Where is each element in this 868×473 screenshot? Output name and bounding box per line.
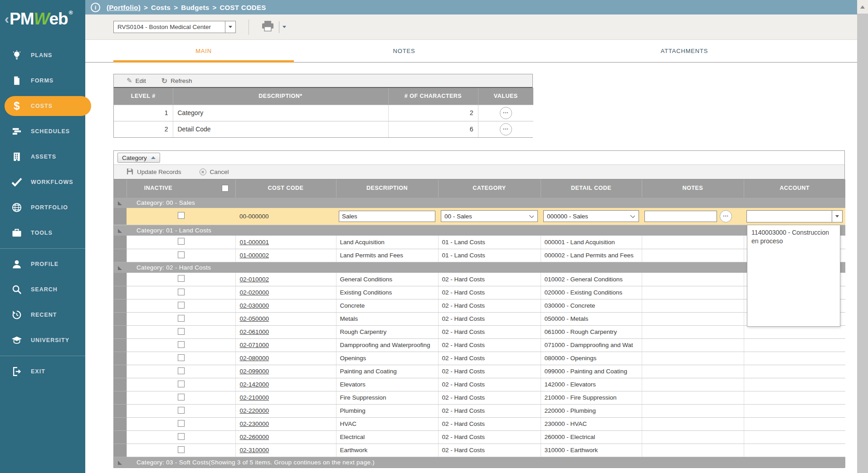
- vertical-scrollbar[interactable]: [857, 0, 868, 473]
- select-all-checkbox[interactable]: [222, 185, 229, 192]
- cost-code-link[interactable]: 02-220000: [240, 407, 269, 414]
- project-select-dropdown-button[interactable]: [225, 21, 235, 33]
- scrollbar-up-button[interactable]: [857, 0, 868, 14]
- cost-code-link[interactable]: 02-030000: [240, 302, 269, 309]
- cost-code-link[interactable]: 02-099000: [240, 368, 269, 375]
- sidebar-item-search[interactable]: SEARCH: [0, 277, 85, 302]
- sidebar-item-portfolio[interactable]: PORTFOLIO: [0, 195, 85, 220]
- sidebar-item-university[interactable]: UNIVERSITY: [0, 328, 85, 353]
- inactive-checkbox[interactable]: [178, 420, 185, 427]
- account-combobox-dropdown-button[interactable]: [832, 211, 842, 222]
- category-cell: 02 - Hard Costs: [438, 430, 541, 444]
- breadcrumb-budgets: Budgets: [181, 4, 209, 11]
- sidebar-item-recent[interactable]: RECENT: [0, 302, 85, 328]
- values-ellipsis-button[interactable]: •••: [500, 107, 512, 119]
- sidebar-item-workflows[interactable]: WORKFLOWS: [0, 169, 85, 195]
- sidebar-item-exit[interactable]: EXIT: [0, 359, 85, 384]
- account-combobox-value: [747, 211, 832, 222]
- group-row-land-costs[interactable]: Category: 01 - Land Costs: [114, 225, 845, 236]
- category-select[interactable]: 00 - Sales: [441, 210, 538, 222]
- inactive-checkbox[interactable]: [178, 328, 185, 335]
- table-row: 02-310000 Earthwork 02 - Hard Costs 3100…: [114, 444, 845, 457]
- notes-input[interactable]: [644, 211, 717, 222]
- inactive-checkbox[interactable]: [178, 289, 185, 295]
- sidebar-item-plans[interactable]: PLANS: [0, 43, 85, 68]
- sidebar-item-forms[interactable]: FORMS: [0, 68, 85, 93]
- sidebar-item-tools[interactable]: TOOLS: [0, 220, 85, 246]
- cost-code-link[interactable]: 02-210000: [240, 394, 269, 401]
- account-combobox[interactable]: [746, 210, 843, 222]
- cost-code-link[interactable]: 02-050000: [240, 315, 269, 322]
- project-select[interactable]: RVS0104 - Boston Medical Center: [113, 21, 236, 33]
- tab-main[interactable]: MAIN: [113, 40, 294, 62]
- inactive-checkbox[interactable]: [178, 302, 185, 309]
- tab-notes[interactable]: NOTES: [294, 40, 514, 62]
- cost-code-link[interactable]: 01-000001: [240, 239, 269, 246]
- cost-code-link[interactable]: 02-061000: [240, 328, 269, 335]
- collapse-group-icon[interactable]: [118, 266, 122, 270]
- detail-code-cell: 230000 - HVAC: [541, 417, 642, 430]
- notes-cell: [642, 430, 744, 444]
- group-by-chip-category[interactable]: Category: [117, 153, 160, 163]
- cost-code-link[interactable]: 02-260000: [240, 434, 269, 440]
- info-icon[interactable]: i: [91, 3, 100, 12]
- values-ellipsis-button[interactable]: •••: [500, 123, 512, 135]
- group-row-hard-costs[interactable]: Category: 02 - Hard Costs: [114, 262, 845, 273]
- inactive-checkbox[interactable]: [178, 212, 185, 219]
- inactive-checkbox[interactable]: [178, 341, 185, 348]
- detail-code-cell: 220000 - Plumbing: [541, 404, 642, 417]
- person-icon: [11, 258, 23, 270]
- sidebar-item-label: COSTS: [31, 103, 53, 109]
- search-icon: [11, 284, 23, 295]
- inactive-checkbox[interactable]: [178, 433, 185, 440]
- chevron-down-icon[interactable]: [283, 26, 286, 28]
- inactive-checkbox[interactable]: [178, 315, 185, 322]
- inactive-checkbox[interactable]: [178, 275, 185, 282]
- cost-code-link[interactable]: 02-010002: [240, 276, 269, 283]
- category-cell: 02 - Hard Costs: [438, 273, 541, 286]
- sidebar-divider: [0, 356, 85, 356]
- sidebar-item-schedules[interactable]: SCHEDULES: [0, 119, 85, 144]
- cancel-button[interactable]: ✕Cancel: [200, 169, 229, 175]
- category-cell: 01 - Land Costs: [438, 249, 541, 262]
- refresh-button[interactable]: ↻Refresh: [161, 77, 192, 85]
- update-records-button[interactable]: Update Records: [127, 168, 181, 176]
- tab-attachments[interactable]: ATTACHMENTS: [514, 40, 854, 62]
- inactive-checkbox[interactable]: [178, 394, 185, 401]
- column-header-detail-code: DETAIL CODE: [541, 179, 642, 197]
- inactive-checkbox[interactable]: [178, 446, 185, 453]
- edit-button[interactable]: ✎Edit: [127, 77, 146, 85]
- sidebar-item-profile[interactable]: PROFILE: [0, 251, 85, 277]
- collapse-group-icon[interactable]: [118, 201, 122, 205]
- group-row-sales[interactable]: Category: 00 - Sales: [114, 197, 845, 208]
- inactive-checkbox[interactable]: [178, 367, 185, 374]
- notes-ellipsis-button[interactable]: •••: [720, 210, 732, 222]
- sidebar-item-costs[interactable]: $ COSTS: [0, 93, 85, 119]
- cost-code-link[interactable]: 02-080000: [240, 355, 269, 362]
- inactive-checkbox[interactable]: [178, 251, 185, 258]
- row-handle: [114, 236, 127, 249]
- pmweb-logo[interactable]: ‹ PMWeb®: [0, 0, 85, 38]
- table-row: 02-080000 Openings 02 - Hard Costs 08000…: [114, 352, 845, 365]
- print-button[interactable]: [262, 20, 286, 34]
- inactive-checkbox[interactable]: [178, 354, 185, 361]
- sidebar-item-assets[interactable]: ASSETS: [0, 144, 85, 169]
- cost-code-link[interactable]: 02-020000: [240, 289, 269, 296]
- chevron-down-icon: [630, 213, 635, 218]
- group-row-soft-costs[interactable]: Category: 03 - Soft Costs(Showing 3 of 5…: [114, 457, 845, 468]
- inactive-checkbox[interactable]: [178, 407, 185, 414]
- inactive-checkbox[interactable]: [178, 381, 185, 387]
- description-input[interactable]: [339, 211, 435, 222]
- cost-code-link[interactable]: 02-230000: [240, 420, 269, 427]
- account-dropdown-item[interactable]: 1140003000 - Construccion en proceso: [747, 225, 840, 249]
- account-cell: [744, 404, 845, 417]
- cost-code-link[interactable]: 02-071000: [240, 342, 269, 348]
- cost-code-link[interactable]: 02-310000: [240, 447, 269, 454]
- cost-code-link[interactable]: 02-142000: [240, 381, 269, 388]
- detail-code-select[interactable]: 000000 - Sales: [543, 210, 639, 222]
- collapse-group-icon[interactable]: [118, 229, 122, 233]
- cost-code-link[interactable]: 01-000002: [240, 252, 269, 259]
- collapse-group-icon[interactable]: [118, 461, 122, 465]
- breadcrumb-portfolio-link[interactable]: (Portfolio): [107, 4, 141, 11]
- inactive-checkbox[interactable]: [178, 238, 185, 245]
